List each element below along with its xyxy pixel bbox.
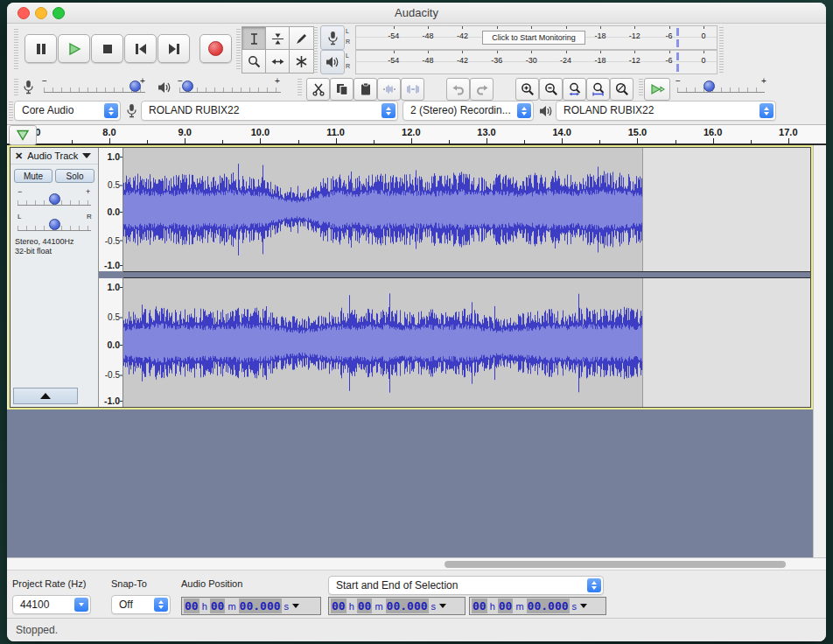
meter-toolbar-end-grip[interactable]: [719, 27, 724, 73]
time-digits[interactable]: 00: [498, 598, 514, 613]
recording-meter[interactable]: -54-48-42-36-30-24-18-12-60Click to Star…: [355, 25, 718, 50]
minimize-window-button[interactable]: [35, 7, 47, 19]
selection-end-field[interactable]: 00h00m00.000s: [469, 597, 606, 615]
play-button[interactable]: [58, 34, 90, 63]
time-digits[interactable]: 00.000: [239, 598, 282, 613]
horizontal-scrollbar-thumb[interactable]: [444, 561, 786, 568]
time-digits[interactable]: 00.000: [527, 598, 570, 613]
pan-thumb[interactable]: [49, 219, 60, 230]
waveform-left-channel[interactable]: [123, 148, 810, 271]
pause-button[interactable]: [24, 34, 57, 63]
time-digits[interactable]: 00: [210, 598, 226, 613]
channel-separator[interactable]: [123, 271, 810, 278]
track-menu-icon[interactable]: [82, 153, 91, 158]
stop-button[interactable]: [91, 34, 123, 63]
mute-button[interactable]: Mute: [14, 169, 52, 183]
device-toolbar-grip[interactable]: [9, 102, 13, 121]
after-clip-area[interactable]: [642, 148, 810, 271]
zoom-tool-button[interactable]: [242, 49, 267, 74]
pan-slider[interactable]: [18, 222, 91, 231]
time-digits[interactable]: 00: [357, 598, 373, 613]
cut-button[interactable]: [306, 78, 330, 101]
meter-tick: [600, 51, 601, 53]
time-field-caret-icon[interactable]: [580, 604, 587, 608]
redo-button[interactable]: [470, 78, 494, 101]
meter-peak-marker: [676, 28, 679, 36]
selection-start-field[interactable]: 00h00m00.000s: [328, 597, 466, 615]
record-meter-button[interactable]: [320, 25, 345, 50]
input-volume-thumb[interactable]: [130, 80, 141, 92]
selection-mode-dropdown[interactable]: Start and End of Selection: [328, 576, 604, 595]
meter-toolbar-grip[interactable]: [313, 27, 318, 73]
mixer-toolbar-grip[interactable]: [14, 79, 18, 96]
vertical-ruler-right-channel[interactable]: 1.00.50.0-0.5-1.0: [99, 278, 122, 407]
play-at-speed-thumb[interactable]: [704, 80, 715, 92]
copy-button[interactable]: [330, 78, 354, 101]
time-digits[interactable]: 00: [472, 598, 487, 613]
collapse-track-button[interactable]: [13, 388, 78, 404]
zoom-in-button[interactable]: [515, 78, 539, 101]
gain-min-label: −: [18, 187, 22, 196]
zoom-window-button[interactable]: [52, 7, 65, 19]
draw-tool-button[interactable]: [289, 26, 314, 51]
vertical-scrollbar[interactable]: [813, 145, 826, 557]
audio-host-dropdown[interactable]: Core Audio: [14, 101, 121, 121]
zoom-out-button[interactable]: [539, 78, 563, 101]
horizontal-scrollbar[interactable]: [7, 557, 826, 570]
waveform-canvas-right[interactable]: [123, 278, 642, 407]
tools-toolbar-grip[interactable]: [236, 29, 241, 71]
time-digits[interactable]: 00.000: [386, 598, 429, 613]
paste-button[interactable]: [354, 78, 377, 101]
undo-button[interactable]: [446, 78, 470, 101]
timeline-ruler[interactable]: 7.08.09.010.011.012.013.014.015.016.017.…: [7, 124, 826, 145]
recording-device-dropdown[interactable]: ROLAND RUBIX22: [141, 101, 398, 121]
redo-icon: [475, 82, 489, 96]
pan-left-label: L: [18, 213, 21, 220]
transport-toolbar-grip[interactable]: [14, 29, 18, 71]
close-window-button[interactable]: [18, 7, 30, 19]
monitoring-tooltip[interactable]: Click to Start Monitoring: [482, 31, 585, 45]
waveform-canvas-left[interactable]: [123, 148, 642, 271]
pinned-playhead-button[interactable]: [9, 125, 37, 145]
audio-position-field[interactable]: 00h00m00.000s: [181, 597, 321, 615]
time-field-caret-icon[interactable]: [439, 604, 446, 608]
trim-audio-button[interactable]: [377, 78, 401, 101]
vertical-ruler-left-channel[interactable]: 1.00.50.0-0.5-1.0: [99, 148, 122, 271]
gain-thumb[interactable]: [49, 193, 60, 205]
timeshift-tool-button[interactable]: [265, 49, 290, 74]
recording-channels-dropdown[interactable]: 2 (Stereo) Recordin...: [402, 101, 534, 121]
after-clip-area[interactable]: [642, 278, 810, 407]
titlebar[interactable]: Audacity: [7, 3, 826, 24]
playback-meter[interactable]: -54-48-42-36-30-24-18-12-60: [355, 50, 718, 74]
selection-tool-button[interactable]: [242, 26, 267, 51]
time-digits[interactable]: 00: [331, 598, 346, 613]
fit-selection-button[interactable]: [563, 78, 586, 101]
envelope-tool-button[interactable]: [265, 26, 290, 51]
silence-audio-button[interactable]: [401, 78, 424, 101]
solo-button[interactable]: Solo: [55, 169, 94, 183]
edit-toolbar-grip[interactable]: [298, 79, 302, 96]
skip-to-end-button[interactable]: [158, 34, 190, 63]
output-volume-slider[interactable]: [179, 84, 281, 93]
play-at-speed-slider[interactable]: [677, 84, 765, 93]
close-track-icon[interactable]: ✕: [15, 151, 23, 161]
output-volume-thumb[interactable]: [182, 80, 193, 92]
fit-project-button[interactable]: [586, 78, 610, 101]
meter-peak-marker: [676, 64, 679, 72]
waveform-right-channel[interactable]: [123, 278, 810, 407]
playback-device-dropdown[interactable]: ROLAND RUBIX22: [556, 101, 776, 121]
time-field-caret-icon[interactable]: [292, 604, 299, 608]
skip-to-start-button[interactable]: [124, 34, 157, 63]
record-button[interactable]: [200, 34, 232, 63]
snap-to-dropdown[interactable]: Off: [111, 595, 171, 614]
empty-track-area[interactable]: [7, 410, 813, 557]
playback-meter-button[interactable]: [320, 50, 345, 74]
gain-slider[interactable]: [18, 197, 91, 206]
playspeed-toolbar-grip[interactable]: [639, 79, 643, 96]
play-at-speed-button[interactable]: [644, 78, 670, 101]
multi-tool-button[interactable]: [289, 49, 314, 74]
zoom-toggle-button[interactable]: [610, 78, 634, 101]
time-digits[interactable]: 00: [184, 598, 200, 613]
project-rate-dropdown[interactable]: 44100: [12, 595, 91, 614]
input-volume-slider[interactable]: [44, 84, 145, 93]
